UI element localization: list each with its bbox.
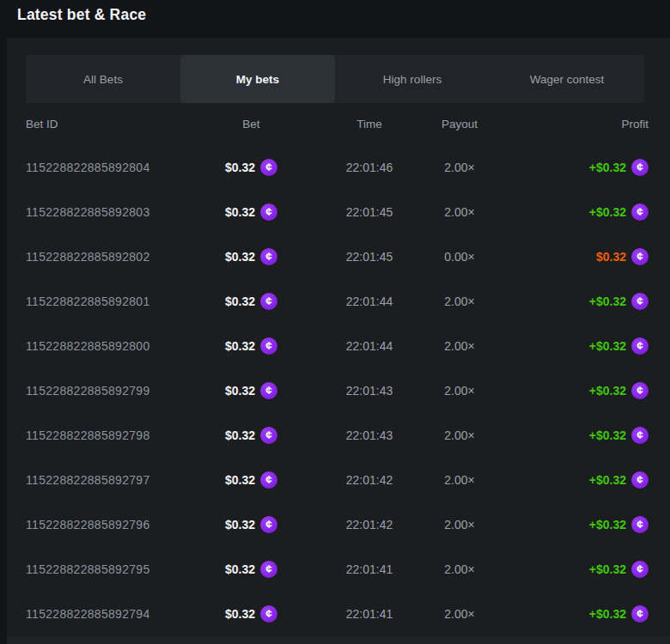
crypto-coin-icon: ¢	[631, 204, 649, 221]
bet-time: 22:01:41	[305, 607, 434, 621]
bet-amount-value: $0.32	[225, 428, 255, 442]
bet-id: 115228822885892797	[26, 473, 198, 487]
table-row[interactable]: 115228822885892795 $0.32 ¢ 22:01:41 2.00…	[7, 547, 670, 592]
bet-amount: $0.32 ¢	[198, 337, 305, 355]
bet-payout: 2.00×	[434, 518, 485, 532]
table-row[interactable]: 115228822885892804 $0.32 ¢ 22:01:46 2.00…	[7, 145, 670, 190]
bet-profit: +$0.32 ¢	[485, 159, 649, 176]
bet-time: 22:01:43	[305, 384, 434, 398]
column-header-bet-id: Bet ID	[26, 118, 198, 131]
latest-bets-panel: All BetsMy betsHigh rollersWager contest…	[7, 38, 670, 644]
bet-payout: 2.00×	[434, 384, 485, 398]
bet-time: 22:01:42	[305, 518, 434, 532]
bet-profit-value: +$0.32	[589, 205, 626, 219]
bet-amount-value: $0.32	[225, 250, 255, 264]
bet-amount-value: $0.32	[225, 518, 255, 532]
bet-profit-value: +$0.32	[589, 518, 626, 532]
bet-amount: $0.32 ¢	[198, 293, 305, 310]
tab-all-bets[interactable]: All Bets	[26, 55, 180, 103]
bet-amount-value: $0.32	[225, 339, 255, 353]
bet-id: 115228822885892799	[26, 384, 198, 398]
bet-payout: 2.00×	[434, 607, 485, 621]
table-row[interactable]: 115228822885892800 $0.32 ¢ 22:01:44 2.00…	[7, 324, 670, 368]
bet-time: 22:01:41	[305, 562, 434, 576]
bet-payout: 0.00×	[434, 250, 485, 264]
bet-amount-value: $0.32	[225, 161, 255, 174]
bet-payout: 2.00×	[434, 562, 485, 576]
table-row[interactable]: 115228822885892799 $0.32 ¢ 22:01:43 2.00…	[7, 368, 670, 413]
bet-profit-value: +$0.32	[589, 384, 626, 398]
bet-profit-value: +$0.32	[589, 562, 626, 576]
crypto-coin-icon: ¢	[260, 204, 277, 221]
bet-amount: $0.32 ¢	[198, 204, 305, 221]
bet-profit: +$0.32 ¢	[485, 427, 649, 444]
crypto-coin-icon: ¢	[260, 159, 277, 176]
bet-amount: $0.32 ¢	[198, 516, 305, 533]
table-row[interactable]: 115228822885892801 $0.32 ¢ 22:01:44 2.00…	[7, 279, 670, 324]
bet-amount-value: $0.32	[225, 384, 255, 398]
table-row[interactable]: 115228822885892802 $0.32 ¢ 22:01:45 0.00…	[7, 234, 670, 279]
bet-profit: +$0.32 ¢	[485, 471, 649, 489]
bet-time: 22:01:43	[305, 428, 434, 442]
bet-profit-value: +$0.32	[589, 473, 626, 487]
bet-id: 115228822885892801	[26, 295, 198, 308]
tab-wager-contest[interactable]: Wager contest	[490, 55, 644, 103]
bet-amount-value: $0.32	[225, 562, 255, 576]
bet-amount-value: $0.32	[225, 295, 255, 308]
crypto-coin-icon: ¢	[631, 248, 649, 265]
bet-id: 115228822885892796	[26, 518, 198, 532]
crypto-coin-icon: ¢	[631, 159, 649, 176]
bet-id: 115228822885892802	[26, 250, 198, 264]
bet-time: 22:01:44	[305, 339, 434, 353]
tab-bar: All BetsMy betsHigh rollersWager contest	[26, 55, 644, 103]
table-row[interactable]: 115228822885892794 $0.32 ¢ 22:01:41 2.00…	[7, 592, 670, 636]
bet-profit-value: +$0.32	[589, 339, 626, 353]
column-header-profit: Profit	[485, 118, 649, 131]
bet-amount: $0.32 ¢	[198, 427, 305, 444]
bet-profit: +$0.32 ¢	[485, 382, 649, 399]
crypto-coin-icon: ¢	[631, 561, 649, 578]
crypto-coin-icon: ¢	[260, 561, 277, 578]
bet-profit-value: +$0.32	[589, 295, 626, 308]
column-header-payout: Payout	[434, 118, 485, 131]
bet-time: 22:01:45	[305, 205, 434, 219]
crypto-coin-icon: ¢	[260, 293, 277, 310]
crypto-coin-icon: ¢	[631, 382, 649, 399]
crypto-coin-icon: ¢	[631, 337, 649, 355]
bet-profit-value: +$0.32	[589, 161, 626, 174]
bet-profit: $0.32 ¢	[485, 248, 649, 265]
bet-payout: 2.00×	[434, 205, 485, 219]
table-header: Bet ID Bet Time Payout Profit	[7, 103, 670, 145]
bet-payout: 2.00×	[434, 473, 485, 487]
bet-profit-value: +$0.32	[589, 607, 626, 621]
crypto-coin-icon: ¢	[260, 605, 277, 623]
table-row[interactable]: 115228822885892798 $0.32 ¢ 22:01:43 2.00…	[7, 413, 670, 458]
bet-profit: +$0.32 ¢	[485, 293, 649, 310]
bet-time: 22:01:44	[305, 295, 434, 308]
bet-payout: 2.00×	[434, 428, 485, 442]
tab-high-rollers[interactable]: High rollers	[335, 55, 490, 103]
bet-payout: 2.00×	[434, 339, 485, 353]
bet-id: 115228822885892798	[26, 428, 198, 442]
bet-id: 115228822885892803	[26, 205, 198, 219]
page-title: Latest bet & Race	[17, 6, 146, 24]
bet-payout: 2.00×	[434, 295, 485, 308]
bet-amount: $0.32 ¢	[198, 382, 305, 399]
bet-profit: +$0.32 ¢	[485, 204, 649, 221]
bet-payout: 2.00×	[434, 161, 485, 174]
bet-profit: +$0.32 ¢	[485, 561, 649, 578]
table-row[interactable]: 115228822885892797 $0.32 ¢ 22:01:42 2.00…	[7, 458, 670, 502]
crypto-coin-icon: ¢	[260, 471, 277, 489]
crypto-coin-icon: ¢	[260, 248, 277, 265]
bet-profit: +$0.32 ¢	[485, 516, 649, 533]
bet-id: 115228822885892794	[26, 607, 198, 621]
crypto-coin-icon: ¢	[260, 427, 277, 444]
crypto-coin-icon: ¢	[260, 382, 277, 399]
tab-my-bets[interactable]: My bets	[180, 55, 335, 103]
crypto-coin-icon: ¢	[260, 516, 277, 533]
table-row[interactable]: 115228822885892796 $0.32 ¢ 22:01:42 2.00…	[7, 502, 670, 547]
table-row[interactable]: 115228822885892803 $0.32 ¢ 22:01:45 2.00…	[7, 190, 670, 234]
bet-id: 115228822885892800	[26, 339, 198, 353]
bet-profit: +$0.32 ¢	[485, 605, 649, 623]
crypto-coin-icon: ¢	[631, 293, 649, 310]
